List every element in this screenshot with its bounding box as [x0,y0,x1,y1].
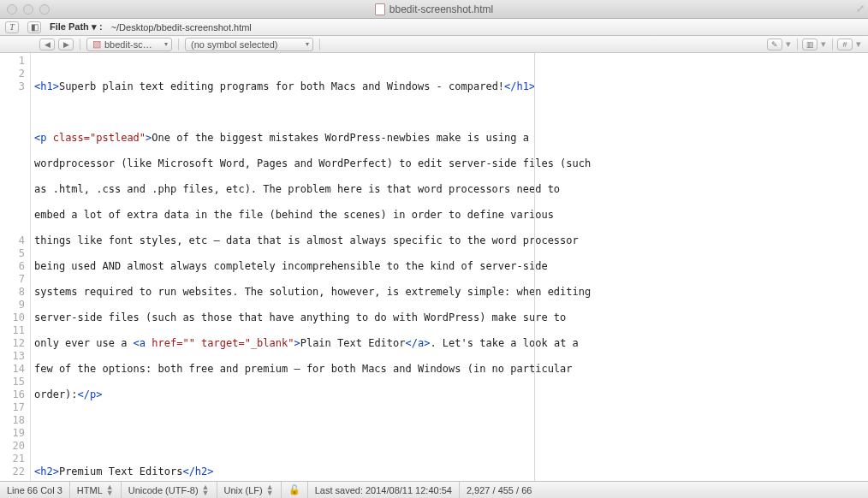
language-popup[interactable]: HTML▲▼ [70,482,122,498]
document-icon: ▧ [92,39,101,50]
nav-forward-button[interactable]: ▶ [58,39,74,50]
line-number: 19 [0,427,25,440]
chevron-down-icon: ▾ [306,40,309,48]
line-number [0,209,25,222]
line-number [0,119,25,132]
last-saved: Last saved: 2014/08/11 12:40:54 [308,482,460,498]
line-number: 22 [0,465,25,478]
line-number [0,106,25,119]
line-number: 11 [0,324,25,337]
wrap-ruler [534,53,535,481]
line-number [0,132,25,145]
line-number: 3 [0,80,25,93]
line-number: 6 [0,260,25,273]
line-number: 12 [0,337,25,350]
line-number: 17 [0,401,25,414]
window-title: bbedit-screenshot.html [0,3,868,15]
encoding-popup[interactable]: Unicode (UTF-8)▲▼ [122,482,217,498]
status-bar: Line 66 Col 3 HTML▲▼ Unicode (UTF-8)▲▼ U… [0,481,868,498]
line-number: 5 [0,247,25,260]
file-path-value: ~/Desktop/bbedit-screenshot.html [111,22,252,33]
minimize-window-button[interactable] [23,4,33,15]
traffic-lights [0,4,50,15]
window-title-text: bbedit-screenshot.html [389,3,493,15]
line-number: 1 [0,55,25,68]
file-popup[interactable]: ▧ bbedit-sc… ▾ [86,38,172,51]
line-number: 13 [0,350,25,363]
chevron-down-icon: ▾ [164,40,168,48]
window-titlebar: bbedit-screenshot.html ⤢ [0,0,868,19]
document-icon [375,3,385,15]
cursor-position: Line 66 Col 3 [0,482,70,498]
line-number [0,170,25,183]
zoom-window-button[interactable] [39,4,50,15]
close-window-button[interactable] [7,4,17,15]
resize-icon[interactable]: ⤢ [856,3,865,15]
line-number: 4 [0,234,25,247]
line-number: 14 [0,363,25,376]
lock-status[interactable]: 🔓 [282,482,308,498]
line-number: 8 [0,286,25,299]
line-number: 21 [0,453,25,465]
toolbar: T ◧ File Path ▾ : ~/Desktop/bbedit-scree… [0,19,868,36]
line-number: 10 [0,311,25,324]
file-popup-label: bbedit-sc… [104,39,161,50]
nav-back-button[interactable]: ◀ [39,39,55,50]
lock-icon: 🔓 [288,484,300,495]
counterpart-tool-button[interactable]: ▥ [802,39,817,50]
line-number: 16 [0,388,25,401]
symbol-popup-label: (no symbol selected) [191,39,302,50]
code-editor[interactable]: <h1>Superb plain text editing programs f… [31,53,868,481]
navigation-bar: ◀ ▶ ▧ bbedit-sc… ▾ (no symbol selected) … [0,36,868,53]
line-number [0,222,25,234]
line-number [0,157,25,170]
navbar-right-tools: ✎ ▾ ▥ ▾ # ▾ [767,39,863,50]
line-number: 7 [0,273,25,286]
editor-area: 123 45678910111213141516171819202122 <h1… [0,53,868,481]
line-number [0,93,25,106]
line-number: 9 [0,299,25,311]
tool-button-2[interactable]: ◧ [27,21,41,33]
hash-tool-button[interactable]: # [837,39,853,50]
symbol-popup[interactable]: (no symbol selected) ▾ [185,38,313,51]
line-number: 2 [0,68,25,80]
line-number: 18 [0,414,25,427]
line-number [0,196,25,209]
line-number-gutter: 123 45678910111213141516171819202122 [0,53,31,481]
file-path-label[interactable]: File Path ▾ : [50,21,103,33]
line-endings-popup[interactable]: Unix (LF)▲▼ [217,482,282,498]
marker-tool-button[interactable]: ✎ [767,39,782,50]
text-tool-button[interactable]: T [5,21,19,33]
line-number [0,145,25,157]
line-number: 15 [0,376,25,388]
line-number [0,183,25,196]
document-stats: 2,927 / 455 / 66 [460,482,868,498]
line-number: 20 [0,440,25,453]
